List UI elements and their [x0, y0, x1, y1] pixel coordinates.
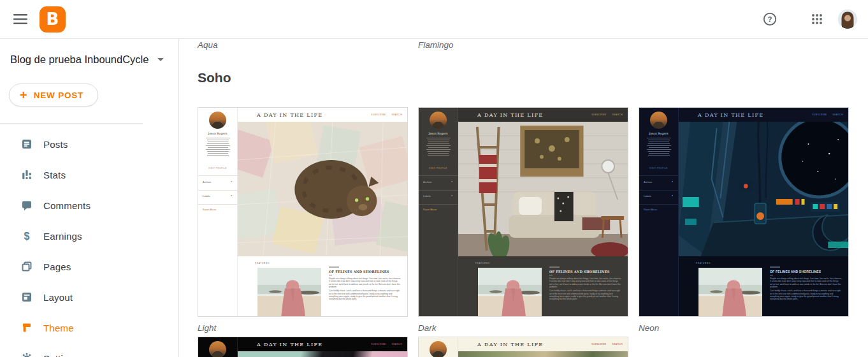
theme-variant-label: Dark	[418, 323, 628, 333]
posts-icon	[21, 138, 33, 150]
preview-search-link: SEARCH	[832, 113, 843, 116]
theme-preview-card[interactable]: Jason Rogers VISIT PROFILE Archive ▾ Lab…	[639, 107, 849, 317]
preview-search-link: SEARCH	[391, 113, 402, 116]
preview-blog-title: A DAY IN THE LIFE	[257, 342, 322, 347]
variant-label-aqua: Aqua	[198, 40, 218, 50]
svg-text:?: ?	[767, 15, 772, 23]
settings-icon	[21, 353, 33, 357]
chevron-down-icon: ▾	[451, 194, 452, 198]
blog-title: Blog de prueba InboundCycle	[10, 54, 148, 66]
theme-variant-label: Neon	[639, 323, 849, 333]
preview-report-abuse-link: Report Abuse	[423, 208, 437, 211]
preview-featured-label: FEATURED	[475, 262, 490, 265]
sidebar-item-posts[interactable]: Posts	[0, 129, 178, 159]
chevron-down-icon	[157, 58, 164, 61]
preview-post-title: OF FELINES AND SHORELINES	[549, 270, 623, 273]
theme-variant-cell: Jason Rogers VISIT PROFILE Archive ▾ Lab…	[198, 107, 408, 333]
preview-blog-title: A DAY IN THE LIFE	[477, 112, 543, 118]
theme-preview-card[interactable]: Jason Rogers VISIT PROFILE Archive ▾ Lab…	[198, 337, 408, 357]
preview-divider	[419, 204, 458, 205]
preview-search-link: SEARCH	[612, 343, 623, 346]
preview-sidebar: Jason Rogers VISIT PROFILE Archive ▾ Lab…	[198, 337, 238, 357]
preview-labels-row: Labels ▾	[644, 194, 673, 198]
preview-archive-row: Archive ▾	[644, 180, 673, 184]
theme-preview-card[interactable]: Jason Rogers VISIT PROFILE Archive ▾ Lab…	[418, 107, 628, 317]
living-room-image	[458, 122, 628, 256]
theme-section-title: Soho	[198, 70, 231, 85]
preview-author-avatar	[209, 112, 226, 129]
comments-icon	[21, 200, 33, 211]
preview-featured-section: FEATURED OF FELINES AND S	[238, 256, 407, 316]
preview-visit-profile-link: VISIT PROFILE	[419, 167, 458, 170]
sidebar-item-pages[interactable]: Pages	[0, 251, 178, 282]
preview-author-bio-lines	[426, 138, 451, 157]
sidebar-item-earnings[interactable]: $ Earnings	[0, 221, 178, 251]
sidebar-item-label: Stats	[43, 170, 66, 180]
sidebar-item-label: Posts	[43, 139, 68, 150]
preview-divider	[639, 204, 678, 205]
user-avatar[interactable]	[838, 10, 857, 29]
spaceship-illustration-image	[679, 122, 848, 256]
preview-post-body: Cats boldly chase, catch, and lose a tho…	[770, 289, 843, 300]
hamburger-menu-icon[interactable]	[13, 11, 28, 27]
preview-report-abuse-link: Report Abuse	[644, 208, 657, 211]
sidebar-item-label: Settings	[43, 353, 79, 357]
preview-main: A DAY IN THE LIFE SUBSCRIBE SEARCH	[679, 108, 848, 316]
theme-variant-cell: Jason Rogers VISIT PROFILE Archive ▾ Lab…	[418, 107, 628, 333]
preview-post-date	[770, 266, 780, 268]
theme-preview-card[interactable]: Jason Rogers VISIT PROFILE Archive ▾ Lab…	[418, 337, 628, 357]
soho-variant-grid-row2: Jason Rogers VISIT PROFILE Archive ▾ Lab…	[198, 337, 628, 357]
help-icon[interactable]: ?	[763, 12, 777, 26]
preview-main: A DAY IN THE LIFE SUBSCRIBE SEARCH	[238, 108, 407, 316]
blogger-logo-icon[interactable]: B	[40, 6, 66, 33]
preview-labels-label: Labels	[203, 194, 210, 198]
sidebar-item-label: Layout	[43, 292, 73, 303]
sidebar-item-layout[interactable]: Layout	[0, 282, 178, 312]
preview-blog-title: A DAY IN THE LIFE	[477, 342, 543, 347]
preview-archive-label: Archive	[203, 180, 211, 184]
theme-preview-card[interactable]: Jason Rogers VISIT PROFILE Archive ▾ Lab…	[198, 107, 408, 317]
sidebar-nav: Posts Stats Comments $ Earnings Page	[0, 129, 178, 357]
preview-post-title: OF FELINES AND SHORELINES	[329, 270, 402, 273]
preview-featured-post: OF FELINES AND SHORELINES People are alw…	[329, 266, 402, 302]
sidebar-item-theme[interactable]: Theme	[0, 312, 178, 343]
preview-blog-header: A DAY IN THE LIFE SUBSCRIBE SEARCH	[458, 337, 628, 351]
sidebar-item-settings[interactable]: Settings	[0, 343, 178, 357]
preview-main: A DAY IN THE LIFE SUBSCRIBE SEARCH	[238, 337, 407, 357]
chevron-down-icon: ▾	[231, 194, 232, 198]
avatar-image	[838, 10, 857, 29]
preview-blog-header: A DAY IN THE LIFE SUBSCRIBE SEARCH	[679, 108, 848, 122]
beach-figure-image	[698, 268, 762, 317]
pages-icon	[21, 261, 33, 272]
theme-variant-cell: Jason Rogers VISIT PROFILE Archive ▾ Lab…	[418, 337, 628, 357]
chevron-down-icon: ▾	[672, 194, 673, 198]
preview-author-avatar	[209, 341, 226, 357]
preview-featured-section: FEATURED OF FELINES AND S	[458, 256, 628, 316]
sidebar-item-stats[interactable]: Stats	[0, 159, 178, 190]
sidebar-item-label: Comments	[43, 200, 90, 211]
chevron-down-icon: ▾	[451, 180, 452, 184]
theme-variant-label: Light	[198, 323, 408, 333]
blog-selector[interactable]: Blog de prueba InboundCycle	[10, 50, 178, 69]
theme-icon	[21, 322, 33, 333]
preview-featured-post: OF FELINES AND SHORELINES People are alw…	[549, 266, 623, 302]
sidebar-item-comments[interactable]: Comments	[0, 190, 178, 221]
preview-author-name: Jason Rogers	[198, 132, 237, 135]
preview-search-link: SEARCH	[612, 113, 623, 116]
preview-featured-label: FEATURED	[696, 262, 711, 265]
preview-author-avatar	[430, 112, 447, 129]
preview-post-dash	[770, 275, 773, 275]
preview-header-links: SUBSCRIBE SEARCH	[591, 343, 623, 346]
svg-text:$: $	[24, 231, 30, 242]
preview-divider	[419, 175, 458, 176]
beach-figure-image	[257, 268, 321, 317]
app-header: B ?	[0, 0, 868, 39]
sidebar-divider	[0, 123, 143, 124]
google-apps-grid-icon[interactable]	[811, 13, 823, 26]
preview-hero-image	[458, 122, 628, 256]
preview-labels-label: Labels	[423, 194, 431, 198]
preview-labels-label: Labels	[644, 194, 651, 198]
hero-image-sliver	[458, 351, 628, 357]
theme-variant-cell: Jason Rogers VISIT PROFILE Archive ▾ Lab…	[198, 337, 408, 357]
new-post-button[interactable]: + NEW POST	[9, 84, 98, 106]
